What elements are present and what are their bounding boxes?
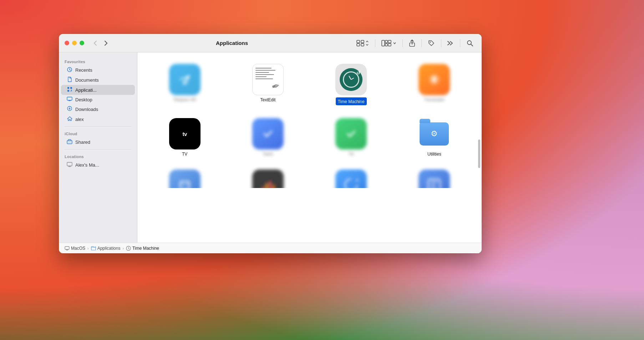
- gallery-view-button[interactable]: [379, 38, 399, 48]
- unknown6-icon: [335, 169, 367, 188]
- svg-rect-29: [273, 185, 275, 188]
- sidebar-item-alexsmac[interactable]: Alex's Ma...: [61, 160, 135, 170]
- file-item-unknown6[interactable]: [311, 167, 391, 188]
- svg-marker-30: [356, 179, 358, 182]
- textedit-label: TextEdit: [260, 97, 276, 102]
- svg-rect-3: [361, 44, 364, 46]
- svg-rect-33: [66, 250, 68, 250]
- recents-icon: [67, 67, 72, 73]
- forward-button[interactable]: [102, 39, 110, 47]
- recents-label: Recents: [75, 67, 92, 73]
- shared-label: Shared: [75, 139, 90, 145]
- main-area: Favourites Recents Documents: [59, 52, 482, 243]
- svg-rect-4: [382, 40, 385, 46]
- svg-point-10: [430, 41, 431, 42]
- svg-rect-27: [265, 183, 268, 188]
- file-item-taska[interactable]: Taska: [228, 115, 308, 159]
- utilities-icon: ⚙: [419, 118, 450, 149]
- tv-label: TV: [182, 152, 187, 157]
- svg-rect-7: [388, 40, 391, 43]
- icon-view-button[interactable]: [354, 38, 371, 48]
- svg-rect-26: [262, 187, 264, 188]
- tag-button[interactable]: [425, 38, 437, 49]
- home-icon: [67, 116, 72, 122]
- sidebar-item-home[interactable]: alex: [61, 114, 135, 124]
- taska-icon: [252, 118, 284, 149]
- icloud-label: iCloud: [59, 129, 137, 137]
- breadcrumb-applications[interactable]: Applications: [91, 246, 121, 251]
- tv-icon: tv: [169, 118, 201, 149]
- file-item-tot[interactable]: Tot: [311, 115, 391, 159]
- file-item-unknown5[interactable]: [228, 167, 308, 188]
- divider3: [421, 39, 422, 47]
- svg-rect-22: [69, 166, 71, 167]
- home-label: alex: [75, 117, 84, 122]
- tv-text: tv: [182, 131, 187, 137]
- toolbar: Applications: [59, 34, 482, 52]
- files-grid: Telegram HD ✒: [144, 61, 475, 188]
- tot-icon: [335, 118, 367, 149]
- file-item-telegram[interactable]: Telegram HD: [144, 61, 225, 108]
- svg-rect-21: [67, 162, 72, 166]
- breadcrumb-macos[interactable]: MacOS: [65, 246, 85, 251]
- documents-icon: [67, 77, 72, 83]
- file-item-unknown4[interactable]: [144, 167, 225, 188]
- scrollbar-track: [477, 67, 480, 228]
- svg-rect-16: [67, 90, 69, 92]
- file-item-tv[interactable]: tv TV: [144, 115, 225, 159]
- file-item-unknown7[interactable]: [394, 167, 475, 188]
- macos-icon: [65, 246, 70, 250]
- breadcrumb-macos-label: MacOS: [71, 246, 85, 251]
- svg-rect-14: [67, 87, 69, 89]
- telegram-icon: [169, 64, 201, 95]
- content-area: Telegram HD ✒: [137, 52, 482, 243]
- file-item-textedit[interactable]: ✒ TextEdit: [228, 61, 308, 108]
- more-button[interactable]: [445, 39, 456, 47]
- wrench-icon: ⚙: [431, 129, 438, 138]
- timemachine-small-icon: [126, 246, 131, 251]
- applications-icon: [67, 87, 72, 93]
- file-item-transloader[interactable]: Transloader: [394, 61, 475, 108]
- sidebar: Favourites Recents Documents: [59, 52, 137, 243]
- divider5: [460, 39, 460, 47]
- tot-label: Tot: [349, 152, 354, 156]
- timemachine-label: Time Machine: [338, 99, 365, 104]
- svg-rect-15: [70, 87, 72, 89]
- shared-icon: [67, 139, 72, 145]
- sidebar-item-recents[interactable]: Recents: [61, 65, 135, 75]
- traffic-lights: [65, 41, 84, 45]
- scrollbar-thumb[interactable]: [478, 139, 480, 168]
- sidebar-item-shared[interactable]: Shared: [61, 137, 135, 147]
- breadcrumb-sep-1: ›: [87, 246, 89, 250]
- desktop-icon: [67, 97, 72, 102]
- applications-label: Applicati...: [75, 87, 97, 93]
- unknown5-icon: [252, 169, 284, 188]
- share-button[interactable]: [406, 37, 418, 49]
- sidebar-item-desktop[interactable]: Desktop: [61, 95, 135, 104]
- downloads-icon: [67, 106, 72, 112]
- textedit-icon: ✒: [252, 64, 284, 95]
- timemachine-icon: ↺: [335, 64, 367, 95]
- minimize-button[interactable]: [72, 41, 77, 45]
- utilities-label: Utilities: [427, 152, 441, 157]
- close-button[interactable]: [65, 41, 69, 45]
- search-button[interactable]: [464, 38, 476, 49]
- sidebar-item-applications[interactable]: Applicati...: [61, 85, 135, 95]
- back-button[interactable]: [91, 39, 99, 47]
- window-title: Applications: [113, 40, 351, 46]
- svg-rect-17: [67, 97, 72, 100]
- svg-line-12: [471, 44, 473, 46]
- maximize-button[interactable]: [80, 41, 84, 45]
- folder-icon: [91, 246, 96, 251]
- file-item-utilities[interactable]: ⚙ Utilities: [394, 115, 475, 159]
- svg-rect-32: [65, 247, 69, 249]
- svg-rect-0: [357, 40, 360, 43]
- downloads-label: Downloads: [75, 107, 98, 112]
- breadcrumb-sep-2: ›: [122, 246, 124, 250]
- file-item-timemachine[interactable]: ↺ Time Machine: [311, 61, 391, 108]
- svg-rect-24: [180, 181, 189, 188]
- sidebar-divider-1: [65, 126, 131, 127]
- sidebar-item-documents[interactable]: Documents: [61, 75, 135, 85]
- sidebar-item-downloads[interactable]: Downloads: [61, 104, 135, 114]
- svg-rect-8: [388, 44, 391, 46]
